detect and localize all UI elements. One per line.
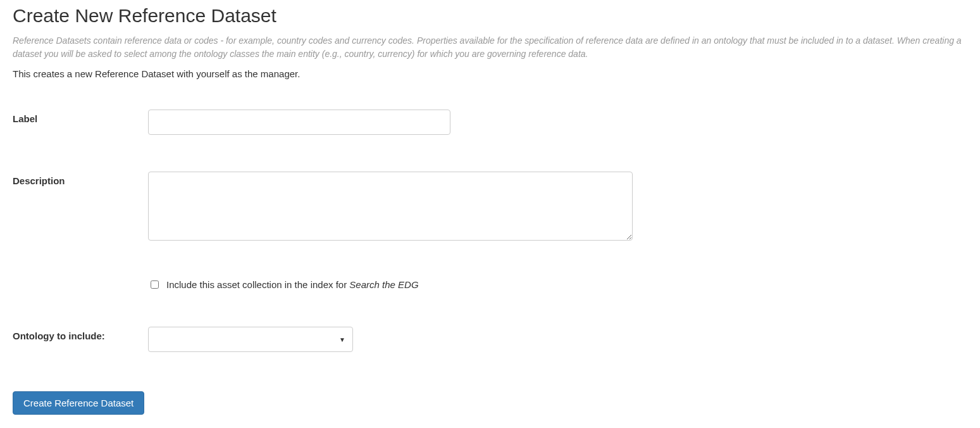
- sub-intro-text: This creates a new Reference Dataset wit…: [13, 68, 967, 79]
- ontology-row: Ontology to include: ▼: [13, 327, 967, 352]
- ontology-select[interactable]: [148, 327, 353, 352]
- description-textarea[interactable]: [148, 172, 633, 241]
- include-index-label: Include this asset collection in the ind…: [166, 279, 419, 290]
- description-field-label: Description: [13, 172, 148, 186]
- include-index-label-prefix: Include this asset collection in the ind…: [166, 279, 349, 290]
- label-input[interactable]: [148, 110, 450, 135]
- submit-row: Create Reference Dataset: [13, 391, 967, 415]
- intro-text: Reference Datasets contain reference dat…: [13, 34, 967, 61]
- description-row: Description: [13, 172, 967, 242]
- label-row: Label: [13, 110, 967, 135]
- ontology-field-label: Ontology to include:: [13, 327, 148, 341]
- create-reference-dataset-button[interactable]: Create Reference Dataset: [13, 391, 144, 415]
- include-index-checkbox[interactable]: [151, 280, 159, 289]
- index-checkbox-row: Include this asset collection in the ind…: [13, 279, 967, 290]
- page-title: Create New Reference Dataset: [13, 5, 967, 27]
- label-field-label: Label: [13, 110, 148, 124]
- include-index-label-emphasis: Search the EDG: [349, 279, 418, 290]
